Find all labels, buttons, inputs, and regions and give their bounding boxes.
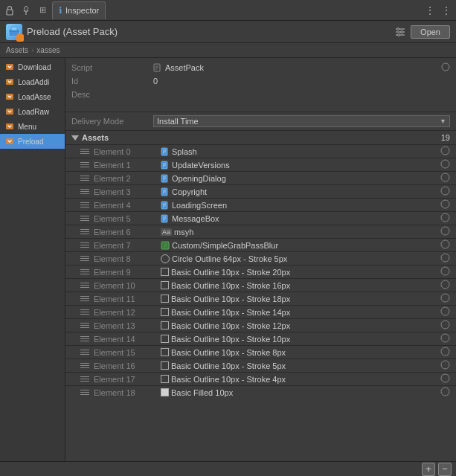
element-drag-handle[interactable] [80, 242, 89, 248]
tab-menu-button[interactable]: ⋮ [440, 4, 453, 17]
element-drag-handle[interactable] [80, 283, 89, 288]
lock-button[interactable] [3, 4, 16, 17]
element-drag-handle[interactable] [80, 162, 89, 167]
inspector-content: Script AssetPack Id 0 [65, 58, 456, 476]
drag-line [80, 285, 89, 286]
element-label: Element 17 [94, 375, 161, 384]
svg-rect-12 [6, 79, 13, 85]
element-value-text: Basic Outline 10px - Stroke 14px [171, 308, 290, 317]
element-drag-handle[interactable] [80, 336, 89, 341]
element-select-button[interactable] [440, 199, 450, 211]
element-drag-handle[interactable] [80, 176, 89, 181]
tab-more-button[interactable]: ⋮ [423, 4, 437, 17]
element-value-text: Basic Outline 10px - Stroke 4px [171, 375, 286, 384]
element-label: Element 4 [94, 201, 161, 210]
inspector-tab[interactable]: ℹ Inspector [52, 1, 106, 19]
element-select-button[interactable] [440, 347, 450, 358]
element-drag-handle[interactable] [80, 269, 89, 274]
element-value-text: Basic Outline 10px - Stroke 12px [171, 321, 290, 330]
page-title: Preload (Asset Pack) [27, 26, 118, 37]
element-select-button[interactable] [440, 333, 450, 345]
element-drag-handle[interactable] [80, 149, 89, 154]
element-drag-handle[interactable] [80, 189, 89, 194]
element-select-button[interactable] [440, 173, 450, 184]
element-drag-handle[interactable] [80, 216, 89, 221]
element-label: Element 1 [94, 161, 161, 170]
element-label: Element 18 [94, 388, 161, 397]
open-button[interactable]: Open [411, 25, 450, 39]
element-select-button[interactable] [440, 266, 450, 278]
drag-line [80, 336, 89, 337]
sidebar-item-loadasse[interactable]: LoadAsse [0, 89, 65, 104]
sidebar-item-loadraw[interactable]: LoadRaw [0, 104, 65, 119]
drag-line [80, 180, 89, 181]
svg-point-58 [441, 280, 449, 289]
element-drag-handle[interactable] [80, 229, 89, 234]
element-circle-icon [161, 254, 170, 263]
element-drag-handle[interactable] [80, 309, 89, 315]
element-value-text: Basic Outline 10px - Stroke 10px [171, 335, 290, 344]
element-select-button[interactable] [440, 360, 450, 372]
element-select-button[interactable] [440, 280, 450, 292]
element-drag-handle[interactable] [80, 296, 89, 301]
element-select-button[interactable] [440, 213, 450, 225]
element-drag-handle[interactable] [80, 390, 89, 395]
element-square-icon [161, 308, 169, 316]
breadcrumb-xasses[interactable]: xasses [36, 46, 60, 54]
element-select-button[interactable] [440, 293, 450, 305]
element-select-button[interactable] [440, 146, 450, 158]
pin-button[interactable] [19, 4, 33, 17]
sidebar-preload-label: Preload [18, 138, 43, 146]
element-select-button[interactable] [440, 159, 450, 171]
drag-line [80, 218, 89, 219]
element-select-button[interactable] [440, 306, 450, 318]
element-select-button[interactable] [440, 320, 450, 332]
element-square-icon [161, 281, 169, 289]
remove-element-button[interactable]: − [438, 463, 452, 476]
element-select-button[interactable] [440, 239, 450, 251]
id-label: Id [71, 77, 153, 86]
element-drag-handle[interactable] [80, 363, 89, 368]
element-drag-handle[interactable] [80, 376, 89, 382]
delivery-dropdown[interactable]: Install Time ▼ [153, 115, 450, 127]
element-row: Element 2 OpeningDialog [65, 171, 456, 184]
element-square-icon [161, 295, 169, 303]
element-value-text: UpdateVersions [172, 161, 230, 170]
script-select-icon[interactable] [441, 62, 450, 73]
sidebar-preload-icon [4, 136, 15, 147]
sidebar-item-preload[interactable]: Preload [0, 134, 65, 149]
element-select-button[interactable] [440, 373, 450, 385]
element-drag-handle[interactable] [80, 202, 89, 208]
add-element-button[interactable]: + [422, 463, 435, 476]
element-label: Element 2 [94, 174, 161, 183]
breadcrumb-assets[interactable]: Assets [6, 46, 28, 54]
svg-point-9 [401, 30, 403, 33]
drag-line [80, 176, 89, 176]
layers-button[interactable]: ⊞ [36, 4, 49, 17]
drag-line [80, 269, 89, 270]
delivery-mode-row: Delivery Mode Install Time ▼ [65, 112, 456, 130]
element-select-button[interactable] [440, 226, 450, 238]
element-square-icon [161, 375, 169, 383]
sidebar-item-loadaddi[interactable]: LoadAddi [0, 74, 65, 89]
sidebar-menu-label: Menu [18, 123, 36, 131]
element-value-text: Basic Outline 10px - Stroke 16px [171, 281, 290, 290]
element-square-filled-icon [161, 388, 169, 396]
svg-point-10 [398, 33, 400, 36]
svg-point-21 [442, 63, 449, 71]
tab-label: Inspector [65, 6, 99, 15]
sidebar-item-download[interactable]: Download [0, 60, 65, 74]
element-select-button[interactable] [440, 253, 450, 265]
element-select-button[interactable] [440, 387, 450, 399]
assets-section-header[interactable]: Assets 19 [65, 130, 456, 144]
element-drag-handle[interactable] [80, 256, 89, 261]
element-drag-handle[interactable] [80, 323, 89, 328]
sidebar-item-menu[interactable]: Menu [0, 119, 65, 134]
element-drag-handle[interactable] [80, 350, 89, 355]
element-label: Element 7 [94, 241, 161, 250]
element-value-container: Custom/SimpleGrabPassBlur [161, 241, 440, 250]
element-label: Element 15 [94, 348, 161, 357]
settings-icon-button[interactable] [393, 25, 408, 39]
element-select-button[interactable] [440, 186, 450, 198]
svg-point-56 [441, 254, 449, 262]
